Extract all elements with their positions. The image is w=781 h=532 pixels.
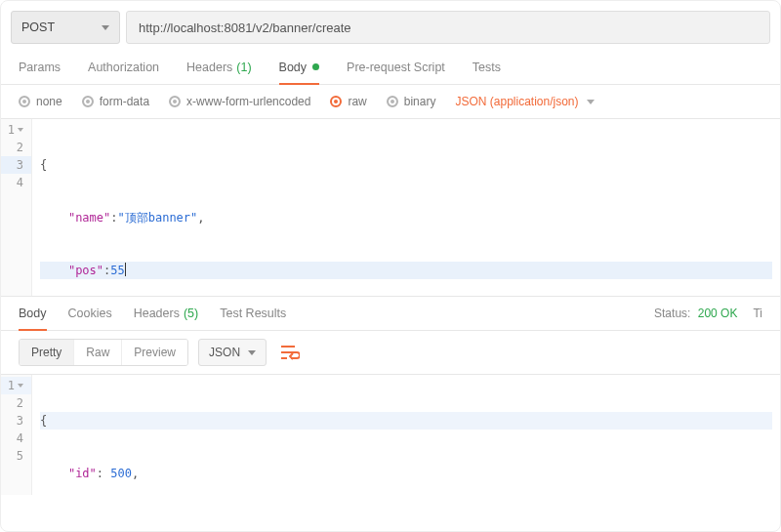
tab-authorization[interactable]: Authorization [88, 50, 159, 84]
tab-params[interactable]: Params [19, 50, 61, 84]
body-type-form-data[interactable]: form-data [82, 95, 149, 108]
code-area[interactable]: { "id": 500, "name": "顶部banner", "pos": … [32, 375, 780, 495]
radio-label: none [36, 95, 62, 108]
radio-icon [169, 96, 181, 107]
tab-label: Cookies [68, 307, 112, 320]
radio-icon [19, 96, 30, 107]
view-pretty-button[interactable]: Pretty [20, 340, 74, 365]
format-label: JSON [209, 346, 240, 359]
tab-headers[interactable]: Headers (1) [186, 50, 252, 84]
request-tabs: Params Authorization Headers (1) Body Pr… [1, 50, 780, 85]
tab-label: Body [279, 61, 308, 74]
response-body-viewer[interactable]: 1 2 3 4 5 { "id": 500, "name": "顶部banner… [1, 374, 780, 495]
radio-icon [387, 96, 398, 107]
view-preview-button[interactable]: Preview [122, 340, 187, 365]
fold-icon[interactable] [18, 128, 23, 132]
tab-label: Headers [186, 61, 232, 74]
response-format-select[interactable]: JSON [198, 339, 267, 366]
http-method-select[interactable]: POST [11, 11, 120, 44]
code-token: { [40, 414, 47, 428]
line-gutter: 1 2 3 4 5 [1, 375, 32, 495]
tab-label: Authorization [88, 61, 159, 74]
code-token: 55 [110, 264, 124, 277]
http-method-value: POST [21, 20, 55, 34]
resp-tab-cookies[interactable]: Cookies [68, 297, 112, 330]
code-token: "pos" [68, 264, 103, 277]
btn-label: Raw [86, 346, 109, 359]
tab-label: Tests [473, 61, 501, 74]
response-meta: Status: 200 OK Ti [654, 307, 762, 320]
resp-tab-test-results[interactable]: Test Results [220, 297, 286, 330]
code-area[interactable]: { "name":"顶部banner", "pos":55 } [32, 119, 780, 296]
code-token: "顶部banner" [118, 211, 198, 225]
code-token: 500 [110, 467, 132, 480]
time-label: Ti [753, 307, 762, 320]
tab-label: Pre-request Script [347, 61, 445, 74]
headers-count: (5) [184, 307, 198, 320]
status-label: Status: [654, 307, 690, 320]
body-type-raw[interactable]: raw [330, 95, 366, 108]
tab-prerequest[interactable]: Pre-request Script [347, 50, 445, 84]
response-view-bar: Pretty Raw Preview JSON [1, 331, 780, 374]
btn-label: Pretty [31, 346, 62, 359]
radio-label: form-data [100, 95, 149, 108]
tab-tests[interactable]: Tests [473, 50, 501, 84]
code-token: "name" [68, 211, 110, 225]
tab-label: Body [19, 307, 47, 320]
btn-label: Preview [134, 346, 176, 359]
radio-label: x-www-form-urlencoded [186, 95, 310, 108]
content-type-label: JSON (application/json) [455, 95, 578, 108]
view-raw-button[interactable]: Raw [74, 340, 122, 365]
wrap-lines-icon [280, 345, 300, 360]
chevron-down-icon [248, 350, 256, 355]
resp-tab-headers[interactable]: Headers (5) [134, 297, 199, 330]
tab-label: Test Results [220, 307, 286, 320]
radio-label: raw [348, 95, 366, 108]
radio-icon [330, 96, 342, 107]
chevron-down-icon [102, 25, 109, 30]
tab-body[interactable]: Body [279, 50, 320, 84]
code-token: { [40, 158, 47, 172]
tab-label: Params [19, 61, 61, 74]
resp-tab-body[interactable]: Body [19, 297, 47, 330]
url-value: http://localhost:8081/v2/banner/create [139, 20, 351, 35]
body-type-binary[interactable]: binary [387, 95, 436, 108]
status-block: Status: 200 OK [654, 307, 737, 320]
line-gutter: 1 2 3 4 [1, 119, 32, 296]
response-tabs: Body Cookies Headers (5) Test Results St… [1, 296, 780, 331]
chevron-down-icon [587, 100, 595, 104]
status-value: 200 OK [698, 307, 738, 320]
request-bar: POST http://localhost:8081/v2/banner/cre… [1, 1, 780, 50]
code-token: "id" [68, 467, 97, 480]
content-type-select[interactable]: JSON (application/json) [455, 95, 594, 108]
body-type-urlencoded[interactable]: x-www-form-urlencoded [169, 95, 310, 108]
headers-count: (1) [236, 61, 251, 74]
radio-icon [82, 96, 94, 107]
body-type-row: none form-data x-www-form-urlencoded raw… [1, 85, 780, 118]
radio-label: binary [404, 95, 436, 108]
text-caret-icon [125, 263, 126, 276]
view-mode-group: Pretty Raw Preview [19, 339, 188, 366]
wrap-lines-button[interactable] [276, 339, 304, 366]
body-modified-dot-icon [312, 63, 319, 70]
url-input[interactable]: http://localhost:8081/v2/banner/create [126, 11, 770, 44]
tab-label: Headers [134, 307, 180, 320]
request-body-editor[interactable]: 1 2 3 4 { "name":"顶部banner", "pos":55 } [1, 118, 780, 296]
fold-icon[interactable] [18, 384, 23, 388]
body-type-none[interactable]: none [19, 95, 62, 108]
